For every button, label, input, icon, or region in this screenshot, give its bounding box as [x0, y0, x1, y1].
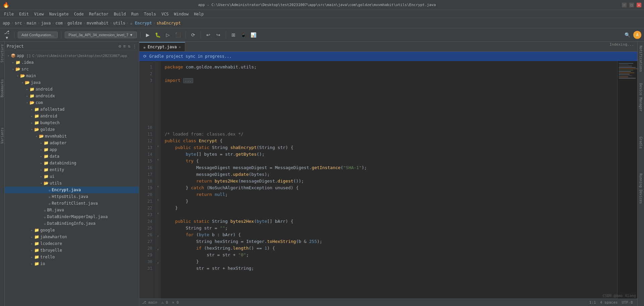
tree-arrow-io[interactable]: ▸ — [30, 262, 34, 265]
menu-view[interactable]: View — [32, 11, 47, 17]
breadcrumb-goldze[interactable]: goldze — [67, 21, 82, 26]
tree-arrow-androidx[interactable]: ▸ — [25, 95, 30, 98]
tree-item-encrypt-java[interactable]: ☕ Encrypt.java — [5, 187, 139, 193]
gradle-button[interactable]: Gradle — [638, 135, 643, 150]
tree-item-br-java[interactable]: ☕ BR.java — [5, 207, 139, 213]
stop-button[interactable]: ⬛ — [174, 31, 182, 39]
tree-arrow-utils[interactable]: ▾ — [39, 182, 44, 185]
project-more-icon[interactable]: ⋮ — [132, 44, 137, 49]
bookmarks-panel-button[interactable]: Bookmarks — [0, 78, 5, 99]
notifications-button[interactable]: Notifications — [638, 44, 643, 73]
tree-arrow-trello[interactable]: ▸ — [30, 256, 34, 259]
tree-item-httpsutils-java[interactable]: ☕ HttpsUtils.java — [5, 193, 139, 200]
menu-navigate[interactable]: Navigate — [47, 11, 71, 17]
tree-item-google[interactable]: ▸ 📁 google — [5, 227, 139, 234]
run-button[interactable]: ▶ — [144, 31, 152, 39]
tree-item-mvvmhabit[interactable]: ▾ 📂 mvvmhabit — [5, 133, 139, 140]
tree-arrow-main[interactable]: ▾ — [15, 74, 20, 78]
tree-arrow-android[interactable]: ▸ — [25, 88, 30, 91]
tree-arrow-ui[interactable]: ▸ — [39, 175, 44, 178]
tree-arrow-tbruyelle[interactable]: ▸ — [30, 249, 34, 252]
menu-window[interactable]: Window — [171, 11, 191, 17]
tree-arrow-app-nested[interactable]: ▸ — [39, 148, 44, 151]
fold-arrow-24[interactable]: ▾ — [155, 234, 161, 238]
tree-arrow-src[interactable]: ▾ — [11, 68, 15, 71]
tree-item-databindermapperimpl[interactable]: ☕ DataBinderMapperImpl.java — [5, 213, 139, 220]
tree-arrow-idea[interactable]: ▸ — [11, 61, 15, 64]
debug-button[interactable]: 🐛 — [154, 31, 162, 39]
tree-item-idea[interactable]: ▸ 📁 .idea — [5, 59, 139, 66]
tree-item-app[interactable]: ▾ 📦 app [] C:\Users\Administrator\Deskto… — [5, 52, 139, 59]
device-file-explorer-button[interactable]: 📱 — [239, 31, 248, 39]
fold-arrow-19[interactable]: ▾ — [155, 185, 161, 188]
tab-encrypt-java[interactable]: ☕ Encrypt.java ✕ — [139, 42, 185, 51]
breadcrumb-java[interactable]: java — [41, 21, 51, 26]
breadcrumb-src[interactable]: src — [15, 21, 22, 26]
breadcrumb-com[interactable]: com — [55, 21, 63, 26]
tree-arrow-google[interactable]: ▸ — [30, 229, 34, 232]
minimize-button[interactable]: ─ — [622, 3, 627, 7]
breadcrumb-mvvmhabit[interactable]: mvvmhabit — [87, 21, 108, 26]
tree-item-src[interactable]: ▾ 📂 src — [5, 66, 139, 72]
tree-item-data[interactable]: ▸ 📁 data — [5, 153, 139, 160]
fold-arrow-21[interactable]: ▾ — [155, 211, 161, 215]
menu-help[interactable]: Help — [191, 11, 206, 17]
tree-item-databinding[interactable]: ▸ 📁 databinding — [5, 160, 139, 166]
tree-item-com[interactable]: ▾ 📂 com — [5, 99, 139, 106]
structure-panel-button[interactable]: Structure — [0, 43, 5, 64]
tree-item-adapter[interactable]: ▸ 📁 adapter — [5, 140, 139, 146]
tree-arrow-app[interactable]: ▾ — [6, 54, 11, 57]
fold-arrow-28[interactable]: ▾ — [155, 261, 161, 265]
tab-close-encrypt[interactable]: ✕ — [179, 45, 181, 49]
tree-item-afollestad[interactable]: ▸ 📁 afollestad — [5, 106, 139, 113]
menu-file[interactable]: File — [1, 11, 16, 17]
tree-arrow-android-com[interactable]: ▸ — [30, 115, 34, 118]
code-editor[interactable]: package com.goldze.mvvmhabit.utils; impo… — [161, 61, 617, 299]
tree-arrow-databinding[interactable]: ▸ — [39, 162, 44, 165]
tree-arrow-jakewharton[interactable]: ▸ — [30, 236, 34, 239]
tree-item-app-nested[interactable]: ▸ 📁 app — [5, 146, 139, 153]
undo-button[interactable]: ↩ — [204, 31, 212, 39]
tree-item-androidx[interactable]: ▸ 📁 androidx — [5, 93, 139, 99]
tree-arrow-mvvmhabit[interactable]: ▾ — [34, 135, 39, 138]
menu-tools[interactable]: Tools — [141, 11, 159, 17]
device-manager-button[interactable]: Device Manager — [638, 82, 643, 113]
menu-edit[interactable]: Edit — [16, 11, 32, 17]
fold-arrow-15[interactable]: ▾ — [155, 158, 161, 161]
tree-item-android-com[interactable]: ▸ 📁 android — [5, 113, 139, 119]
menu-refactor[interactable]: Refactor — [86, 11, 111, 17]
menu-code[interactable]: Code — [71, 11, 87, 17]
breadcrumb-file[interactable]: ☕ Encrypt — [130, 21, 152, 26]
tree-item-retrofitclient-java[interactable]: ☕ RetrofitClient.java — [5, 200, 139, 207]
tree-item-goldze[interactable]: ▾ 📂 goldze — [5, 126, 139, 133]
tree-item-io[interactable]: ▸ 📁 io — [5, 260, 139, 267]
maximize-button[interactable]: □ — [629, 3, 634, 7]
fold-arrow-20[interactable]: ▾ — [155, 198, 161, 202]
search-everywhere-button[interactable]: 🔍 — [623, 31, 631, 39]
menu-vcs[interactable]: VCS — [159, 11, 171, 17]
run-with-coverage-button[interactable]: ▷ — [164, 31, 172, 39]
device-selector-button[interactable]: Pixel_3a_API_34_extension_level_7 ▼ — [65, 32, 137, 38]
build-variants-button[interactable]: ⊞ — [229, 31, 237, 39]
variants-panel-button[interactable]: Variants — [0, 126, 5, 145]
menu-run[interactable]: Run — [128, 11, 141, 17]
tree-arrow-lcodecore[interactable]: ▸ — [30, 242, 34, 245]
tree-arrow-java[interactable]: ▾ — [20, 81, 25, 84]
tree-item-tbruyelle[interactable]: ▸ 📁 tbruyelle — [5, 247, 139, 254]
fold-arrow-13[interactable]: ▾ — [155, 144, 161, 148]
tree-item-utils[interactable]: ▾ 📂 utils — [5, 180, 139, 187]
breadcrumb-app[interactable]: app — [3, 21, 10, 26]
breadcrumb-utils[interactable]: utils — [113, 21, 125, 26]
tree-item-entity[interactable]: ▸ 📁 entity — [5, 166, 139, 173]
tree-arrow-com[interactable]: ▾ — [25, 101, 30, 104]
tree-item-lcodecore[interactable]: ▸ 📁 lcodecore — [5, 240, 139, 247]
close-button[interactable]: ✕ — [637, 3, 641, 7]
sync-button[interactable]: ⟳ — [189, 31, 197, 39]
tree-item-bumptech[interactable]: ▸ 📁 bumptech — [5, 119, 139, 126]
project-settings-icon[interactable]: ⚙ — [119, 44, 121, 49]
tree-arrow-goldze[interactable]: ▾ — [30, 128, 34, 131]
user-avatar-button[interactable]: A — [633, 31, 641, 39]
running-devices-button[interactable]: Running Devices — [638, 172, 643, 205]
add-configuration-button[interactable]: Add Configuration... — [18, 32, 58, 38]
tree-arrow-data[interactable]: ▸ — [39, 155, 44, 158]
